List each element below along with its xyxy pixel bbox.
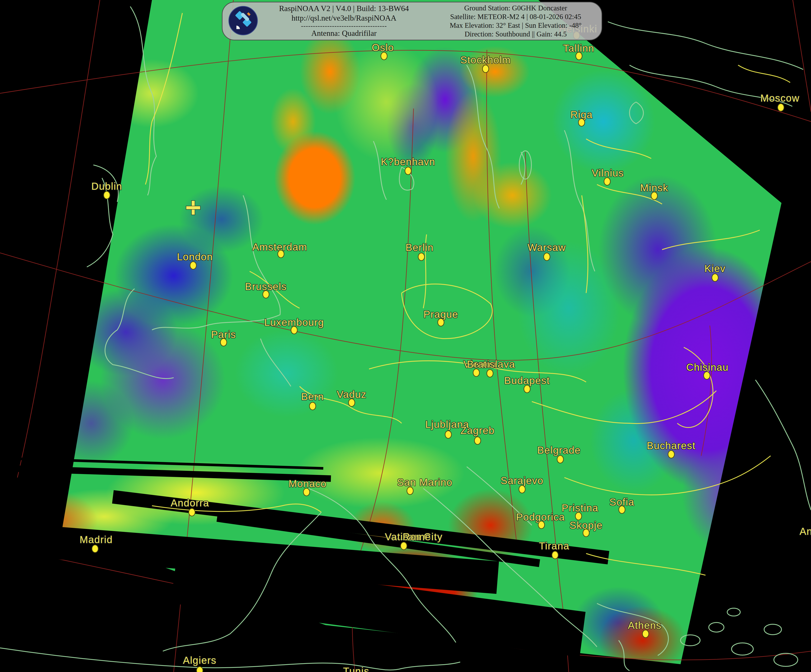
- city-label-madrid: Madrid: [80, 534, 113, 545]
- city-dot-oslo: [380, 52, 387, 60]
- city-dot-vaduz: [348, 399, 355, 407]
- city-dot-budapest: [524, 385, 531, 393]
- city-dot-rome: [400, 542, 407, 550]
- city-dot-riga: [578, 118, 585, 127]
- city-dot-podgorica: [538, 521, 545, 529]
- banner-right-column: Ground Station: G0GHK Doncaster Satellit…: [430, 4, 602, 39]
- city-label-zagreb: Zagreb: [460, 424, 495, 436]
- app-url-line: http://qsl.net/ve3elb/RaspiNOAA: [292, 14, 396, 23]
- banner-divider: ------------------------------------: [301, 23, 387, 29]
- ground-station-cross-icon: [186, 201, 200, 215]
- elevation-line: Max Elevation: 32° East | Sun Elevation:…: [450, 21, 582, 30]
- city-label-london: London: [177, 251, 213, 263]
- city-dot-belgrade: [557, 455, 564, 463]
- city-label-bratislava: Bratislava: [467, 358, 515, 370]
- city-label-algiers: Algiers: [183, 654, 217, 666]
- city-label-stockholm: Stockholm: [460, 54, 511, 66]
- city-label-monaco: Monaco: [288, 478, 327, 489]
- city-dot-prague: [438, 318, 445, 326]
- city-dot-warsaw: [543, 253, 550, 261]
- city-dot-moscow: [777, 104, 784, 112]
- city-dot-monaco: [303, 488, 310, 496]
- city-dot-skopje: [583, 529, 590, 537]
- city-label-oslo: Oslo: [372, 42, 394, 53]
- city-dot-kobenhavn: [405, 167, 412, 175]
- city-label-bern: Bern: [301, 391, 324, 402]
- telemetry-info-banner: RaspiNOAA V2 | V4.0 | Build: 13-BW64 htt…: [222, 2, 602, 41]
- city-dot-luxembourg: [291, 326, 298, 334]
- city-dot-amsterdam: [277, 250, 284, 258]
- city-dot-stockholm: [482, 64, 489, 73]
- city-dot-sarajevo: [519, 485, 526, 493]
- city-label-ankara: Ankara: [799, 526, 811, 537]
- banner-left-column: RaspiNOAA V2 | V4.0 | Build: 13-BW64 htt…: [258, 4, 430, 38]
- city-dot-algiers: [196, 666, 203, 672]
- city-label-tunis: Tunis: [343, 665, 370, 672]
- city-dot-tallinn: [575, 52, 582, 60]
- city-dot-andorra: [188, 508, 195, 516]
- city-dot-berlin: [418, 253, 425, 261]
- antenna-line: Antenna: Quadrifilar: [311, 29, 377, 38]
- city-label-warsaw: Warsaw: [528, 242, 566, 253]
- city-dot-san-marino: [407, 487, 414, 495]
- city-dot-minsk: [651, 192, 658, 200]
- city-dot-pristina: [575, 512, 582, 520]
- city-dot-london: [190, 261, 197, 270]
- city-dot-bratislava: [487, 369, 494, 377]
- city-label-tirana: Tirana: [539, 540, 570, 552]
- city-dot-zagreb: [474, 436, 481, 445]
- city-label-moscow: Moscow: [760, 92, 800, 104]
- city-label-andorra: Andorra: [171, 497, 209, 509]
- city-label-kiev: Kiev: [704, 263, 726, 274]
- city-label-dublin: Dublin: [92, 180, 122, 192]
- city-dot-ljubljana: [445, 430, 452, 439]
- city-label-san-marino: San Marino: [397, 477, 452, 488]
- direction-gain-line: Direction: Southbound || Gain: 44.5: [465, 30, 567, 38]
- city-overlay-layer: OsloStockholmTallinnHelsinkiMoscowRigaK?…: [0, 0, 811, 672]
- city-dot-chisinau: [703, 372, 710, 380]
- city-dot-madrid: [92, 545, 98, 553]
- city-label-berlin: Berlin: [406, 242, 434, 253]
- ground-station-line: Ground Station: G0GHK Doncaster: [464, 4, 567, 12]
- city-dot-bucharest: [668, 450, 675, 458]
- city-dot-dublin: [103, 191, 110, 199]
- city-label-vilnius: Vilnius: [592, 167, 624, 179]
- city-dot-kiev: [712, 273, 719, 282]
- city-label-bucharest: Bucharest: [646, 440, 696, 451]
- city-dot-athens: [642, 630, 649, 638]
- city-dot-sofia: [618, 506, 625, 514]
- city-label-pristina: Pristina: [562, 502, 598, 514]
- city-label-budapest: Budapest: [504, 375, 550, 386]
- satellite-line: Satellite: METEOR-M2 4 | 08-01-2026 02:4…: [450, 12, 581, 21]
- raspinoaa-satellite-logo-icon: [228, 6, 258, 36]
- satellite-image-viewer: OsloStockholmTallinnHelsinkiMoscowRigaK?…: [0, 0, 811, 672]
- city-dot-paris: [220, 338, 227, 346]
- city-dot-tirana: [551, 551, 558, 559]
- city-label-sarajevo: Sarajevo: [501, 475, 543, 486]
- city-label-rome: Rome: [403, 531, 431, 543]
- city-label-athens: Athens: [628, 619, 662, 631]
- city-label-kobenhavn: K?benhavn: [381, 156, 436, 168]
- app-version-line: RaspiNOAA V2 | V4.0 | Build: 13-BW64: [279, 4, 409, 14]
- city-label-belgrade: Belgrade: [537, 444, 581, 456]
- city-dot-brussels: [263, 290, 270, 299]
- city-dot-bern: [309, 402, 316, 410]
- city-dot-vilnius: [604, 177, 611, 186]
